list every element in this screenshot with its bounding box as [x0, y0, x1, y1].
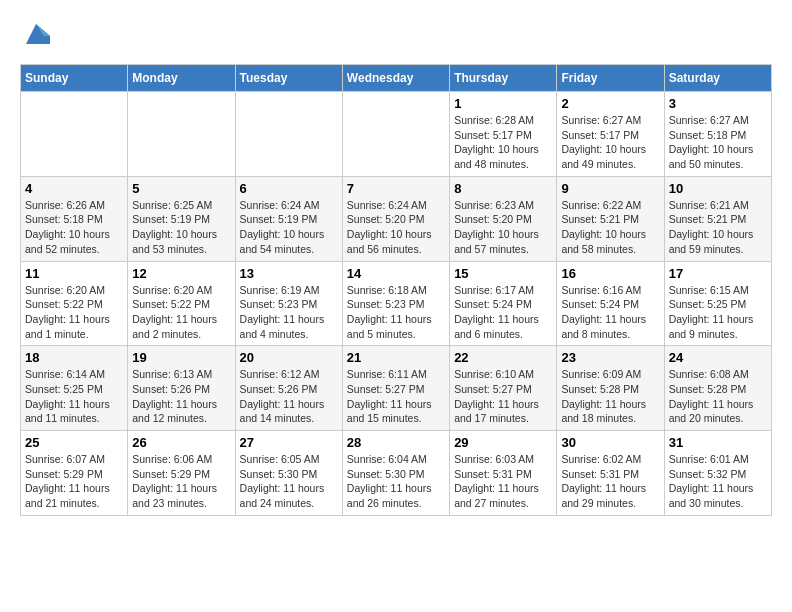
calendar-cell: 3Sunrise: 6:27 AMSunset: 5:18 PMDaylight…: [664, 92, 771, 177]
column-header-saturday: Saturday: [664, 65, 771, 92]
day-info: Sunrise: 6:17 AMSunset: 5:24 PMDaylight:…: [454, 283, 552, 342]
day-info: Sunrise: 6:09 AMSunset: 5:28 PMDaylight:…: [561, 367, 659, 426]
day-number: 2: [561, 96, 659, 111]
calendar-cell: 21Sunrise: 6:11 AMSunset: 5:27 PMDayligh…: [342, 346, 449, 431]
day-info: Sunrise: 6:05 AMSunset: 5:30 PMDaylight:…: [240, 452, 338, 511]
calendar-cell: 19Sunrise: 6:13 AMSunset: 5:26 PMDayligh…: [128, 346, 235, 431]
calendar-week-row: 4Sunrise: 6:26 AMSunset: 5:18 PMDaylight…: [21, 176, 772, 261]
calendar-cell: [21, 92, 128, 177]
day-number: 27: [240, 435, 338, 450]
day-info: Sunrise: 6:01 AMSunset: 5:32 PMDaylight:…: [669, 452, 767, 511]
day-number: 11: [25, 266, 123, 281]
calendar-cell: 1Sunrise: 6:28 AMSunset: 5:17 PMDaylight…: [450, 92, 557, 177]
calendar-cell: 9Sunrise: 6:22 AMSunset: 5:21 PMDaylight…: [557, 176, 664, 261]
day-info: Sunrise: 6:20 AMSunset: 5:22 PMDaylight:…: [132, 283, 230, 342]
day-info: Sunrise: 6:27 AMSunset: 5:18 PMDaylight:…: [669, 113, 767, 172]
column-header-tuesday: Tuesday: [235, 65, 342, 92]
day-number: 22: [454, 350, 552, 365]
day-number: 8: [454, 181, 552, 196]
calendar-table: SundayMondayTuesdayWednesdayThursdayFrid…: [20, 64, 772, 516]
day-info: Sunrise: 6:02 AMSunset: 5:31 PMDaylight:…: [561, 452, 659, 511]
calendar-cell: 11Sunrise: 6:20 AMSunset: 5:22 PMDayligh…: [21, 261, 128, 346]
day-info: Sunrise: 6:15 AMSunset: 5:25 PMDaylight:…: [669, 283, 767, 342]
calendar-cell: 4Sunrise: 6:26 AMSunset: 5:18 PMDaylight…: [21, 176, 128, 261]
calendar-cell: [342, 92, 449, 177]
day-number: 25: [25, 435, 123, 450]
column-header-wednesday: Wednesday: [342, 65, 449, 92]
logo-icon: [22, 20, 50, 48]
calendar-cell: 26Sunrise: 6:06 AMSunset: 5:29 PMDayligh…: [128, 431, 235, 516]
calendar-cell: 10Sunrise: 6:21 AMSunset: 5:21 PMDayligh…: [664, 176, 771, 261]
day-number: 28: [347, 435, 445, 450]
calendar-week-row: 18Sunrise: 6:14 AMSunset: 5:25 PMDayligh…: [21, 346, 772, 431]
calendar-cell: 7Sunrise: 6:24 AMSunset: 5:20 PMDaylight…: [342, 176, 449, 261]
day-number: 24: [669, 350, 767, 365]
day-number: 19: [132, 350, 230, 365]
day-info: Sunrise: 6:21 AMSunset: 5:21 PMDaylight:…: [669, 198, 767, 257]
calendar-cell: 2Sunrise: 6:27 AMSunset: 5:17 PMDaylight…: [557, 92, 664, 177]
day-info: Sunrise: 6:19 AMSunset: 5:23 PMDaylight:…: [240, 283, 338, 342]
day-number: 5: [132, 181, 230, 196]
day-number: 13: [240, 266, 338, 281]
day-info: Sunrise: 6:11 AMSunset: 5:27 PMDaylight:…: [347, 367, 445, 426]
day-info: Sunrise: 6:13 AMSunset: 5:26 PMDaylight:…: [132, 367, 230, 426]
day-number: 1: [454, 96, 552, 111]
day-info: Sunrise: 6:14 AMSunset: 5:25 PMDaylight:…: [25, 367, 123, 426]
day-number: 14: [347, 266, 445, 281]
calendar-cell: 29Sunrise: 6:03 AMSunset: 5:31 PMDayligh…: [450, 431, 557, 516]
day-number: 16: [561, 266, 659, 281]
day-number: 15: [454, 266, 552, 281]
calendar-week-row: 25Sunrise: 6:07 AMSunset: 5:29 PMDayligh…: [21, 431, 772, 516]
calendar-cell: [235, 92, 342, 177]
day-info: Sunrise: 6:18 AMSunset: 5:23 PMDaylight:…: [347, 283, 445, 342]
day-info: Sunrise: 6:25 AMSunset: 5:19 PMDaylight:…: [132, 198, 230, 257]
column-header-monday: Monday: [128, 65, 235, 92]
day-number: 7: [347, 181, 445, 196]
calendar-cell: 17Sunrise: 6:15 AMSunset: 5:25 PMDayligh…: [664, 261, 771, 346]
calendar-cell: 23Sunrise: 6:09 AMSunset: 5:28 PMDayligh…: [557, 346, 664, 431]
calendar-cell: 14Sunrise: 6:18 AMSunset: 5:23 PMDayligh…: [342, 261, 449, 346]
day-info: Sunrise: 6:08 AMSunset: 5:28 PMDaylight:…: [669, 367, 767, 426]
calendar-week-row: 1Sunrise: 6:28 AMSunset: 5:17 PMDaylight…: [21, 92, 772, 177]
calendar-cell: 22Sunrise: 6:10 AMSunset: 5:27 PMDayligh…: [450, 346, 557, 431]
calendar-cell: 12Sunrise: 6:20 AMSunset: 5:22 PMDayligh…: [128, 261, 235, 346]
day-info: Sunrise: 6:23 AMSunset: 5:20 PMDaylight:…: [454, 198, 552, 257]
day-number: 17: [669, 266, 767, 281]
calendar-cell: 31Sunrise: 6:01 AMSunset: 5:32 PMDayligh…: [664, 431, 771, 516]
calendar-cell: 20Sunrise: 6:12 AMSunset: 5:26 PMDayligh…: [235, 346, 342, 431]
day-info: Sunrise: 6:20 AMSunset: 5:22 PMDaylight:…: [25, 283, 123, 342]
calendar-cell: 8Sunrise: 6:23 AMSunset: 5:20 PMDaylight…: [450, 176, 557, 261]
day-number: 6: [240, 181, 338, 196]
calendar-cell: [128, 92, 235, 177]
calendar-cell: 30Sunrise: 6:02 AMSunset: 5:31 PMDayligh…: [557, 431, 664, 516]
day-number: 21: [347, 350, 445, 365]
calendar-cell: 24Sunrise: 6:08 AMSunset: 5:28 PMDayligh…: [664, 346, 771, 431]
calendar-cell: 16Sunrise: 6:16 AMSunset: 5:24 PMDayligh…: [557, 261, 664, 346]
logo: [20, 20, 50, 48]
day-number: 30: [561, 435, 659, 450]
calendar-cell: 13Sunrise: 6:19 AMSunset: 5:23 PMDayligh…: [235, 261, 342, 346]
day-info: Sunrise: 6:16 AMSunset: 5:24 PMDaylight:…: [561, 283, 659, 342]
day-number: 4: [25, 181, 123, 196]
day-info: Sunrise: 6:24 AMSunset: 5:20 PMDaylight:…: [347, 198, 445, 257]
column-header-friday: Friday: [557, 65, 664, 92]
day-number: 3: [669, 96, 767, 111]
calendar-cell: 27Sunrise: 6:05 AMSunset: 5:30 PMDayligh…: [235, 431, 342, 516]
day-number: 10: [669, 181, 767, 196]
column-header-sunday: Sunday: [21, 65, 128, 92]
day-number: 20: [240, 350, 338, 365]
calendar-cell: 28Sunrise: 6:04 AMSunset: 5:30 PMDayligh…: [342, 431, 449, 516]
calendar-cell: 6Sunrise: 6:24 AMSunset: 5:19 PMDaylight…: [235, 176, 342, 261]
day-number: 12: [132, 266, 230, 281]
calendar-cell: 5Sunrise: 6:25 AMSunset: 5:19 PMDaylight…: [128, 176, 235, 261]
day-number: 31: [669, 435, 767, 450]
calendar-cell: 25Sunrise: 6:07 AMSunset: 5:29 PMDayligh…: [21, 431, 128, 516]
day-number: 26: [132, 435, 230, 450]
day-info: Sunrise: 6:22 AMSunset: 5:21 PMDaylight:…: [561, 198, 659, 257]
day-info: Sunrise: 6:24 AMSunset: 5:19 PMDaylight:…: [240, 198, 338, 257]
day-number: 29: [454, 435, 552, 450]
calendar-cell: 15Sunrise: 6:17 AMSunset: 5:24 PMDayligh…: [450, 261, 557, 346]
day-info: Sunrise: 6:28 AMSunset: 5:17 PMDaylight:…: [454, 113, 552, 172]
day-info: Sunrise: 6:12 AMSunset: 5:26 PMDaylight:…: [240, 367, 338, 426]
column-header-thursday: Thursday: [450, 65, 557, 92]
